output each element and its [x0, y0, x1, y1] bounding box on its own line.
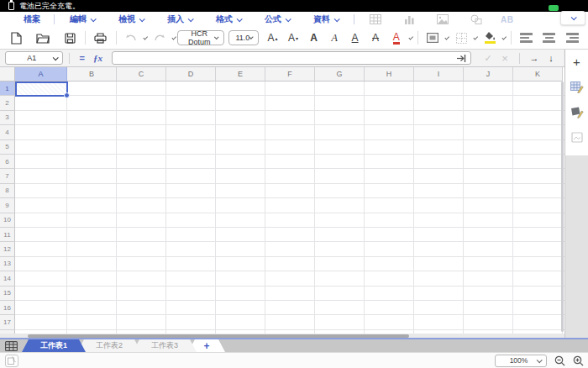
formula-input[interactable]: [112, 51, 471, 65]
font-color-dropdown-icon[interactable]: [408, 34, 413, 39]
selection-drag-handle[interactable]: [64, 92, 70, 98]
column-header-B[interactable]: B: [67, 67, 117, 81]
borders-dropdown-icon[interactable]: [474, 34, 479, 39]
zoom-in-button[interactable]: [573, 355, 584, 366]
new-document-button[interactable]: [7, 29, 25, 47]
chevron-down-icon: [237, 16, 243, 22]
print-button[interactable]: [92, 29, 110, 47]
sheet-tab-2[interactable]: 工作表2: [77, 339, 141, 352]
column-header-H[interactable]: H: [365, 67, 414, 81]
insert-image-icon[interactable]: [433, 10, 452, 29]
column-header-K[interactable]: K: [513, 67, 563, 81]
row-header-14[interactable]: 14: [0, 271, 15, 286]
spreadsheet-grid[interactable]: ABCDEFGHIJK 123456789101112131415161718: [0, 67, 564, 334]
collapse-toolbar-button[interactable]: [560, 11, 585, 25]
zoom-level-select[interactable]: 100%: [495, 355, 547, 367]
menu-2[interactable]: 檢視: [107, 13, 155, 25]
underline-button[interactable]: A: [346, 29, 365, 47]
sheet-tab-3[interactable]: 工作表3: [133, 339, 197, 352]
row-header-12[interactable]: 12: [0, 242, 15, 256]
undo-dropdown-icon[interactable]: [144, 34, 149, 39]
insert-table-icon[interactable]: [366, 10, 385, 29]
confirm-entry-button[interactable]: ✓: [480, 50, 496, 66]
menu-5[interactable]: 公式: [253, 13, 302, 25]
column-header-C[interactable]: C: [117, 67, 166, 81]
sheet-tab-1[interactable]: 工作表1: [22, 339, 86, 352]
undo-button[interactable]: [122, 29, 140, 47]
align-left-button[interactable]: [517, 29, 536, 47]
redo-button[interactable]: [150, 29, 169, 47]
move-right-button[interactable]: →: [526, 50, 543, 66]
align-center-button[interactable]: [540, 29, 559, 47]
select-all-corner[interactable]: [0, 67, 15, 81]
row-header-3[interactable]: 3: [0, 111, 15, 125]
row-header-5[interactable]: 5: [0, 140, 15, 155]
image-tool-button[interactable]: [570, 130, 585, 145]
font-size-select[interactable]: 11.0: [228, 30, 259, 45]
equals-button[interactable]: =: [76, 53, 89, 63]
gridline: [215, 81, 216, 334]
menu-4[interactable]: 格式: [204, 13, 253, 25]
row-header-13[interactable]: 13: [0, 257, 15, 271]
italic-button[interactable]: A: [325, 29, 344, 47]
formula-controls: ✓ × → ↓: [480, 50, 559, 66]
row-header-4[interactable]: 4: [0, 125, 15, 139]
row-header-7[interactable]: 7: [0, 169, 15, 183]
row-header-16[interactable]: 16: [0, 301, 15, 315]
column-header-J[interactable]: J: [464, 67, 513, 81]
column-header-G[interactable]: G: [315, 67, 365, 81]
bold-button[interactable]: A: [305, 29, 323, 47]
insert-shape-icon[interactable]: [467, 10, 486, 29]
selected-cell-a1[interactable]: [15, 81, 68, 97]
fill-color-button[interactable]: [480, 29, 499, 47]
chevron-down-icon: [188, 16, 194, 22]
row-header-8[interactable]: 8: [0, 184, 15, 198]
redo-dropdown-icon[interactable]: [172, 34, 177, 39]
edit-table-button[interactable]: [570, 80, 585, 94]
row-header-6[interactable]: 6: [0, 155, 15, 169]
font-color-button[interactable]: A: [387, 29, 406, 47]
row-header-9[interactable]: 9: [0, 198, 15, 213]
row-header-11[interactable]: 11: [0, 228, 15, 242]
row-header-15[interactable]: 15: [0, 287, 15, 301]
horizontal-scrollbar-thumb[interactable]: [28, 334, 409, 338]
add-object-button[interactable]: +: [570, 55, 585, 69]
row-header-10[interactable]: 10: [0, 213, 15, 228]
row-header-17[interactable]: 17: [0, 315, 15, 329]
insert-chart-icon[interactable]: [400, 10, 418, 29]
font-name-select[interactable]: HCR Dotum: [177, 30, 225, 45]
menu-file[interactable]: 檔案: [15, 13, 50, 25]
zoom-out-button[interactable]: [554, 355, 565, 366]
save-button[interactable]: [60, 29, 79, 47]
increase-font-size-button[interactable]: A▴: [263, 29, 281, 47]
open-file-button[interactable]: [34, 29, 52, 47]
menu-1[interactable]: 編輯: [58, 13, 107, 25]
quick-tool-button[interactable]: [5, 355, 18, 367]
row-header-18[interactable]: 18: [0, 330, 15, 334]
borders-button[interactable]: [452, 29, 470, 47]
decrease-font-size-button[interactable]: A▾: [284, 29, 302, 47]
expand-formula-bar-icon[interactable]: [457, 55, 466, 62]
row-header-2[interactable]: 2: [0, 96, 15, 110]
insert-text-icon[interactable]: AB: [501, 15, 513, 24]
fill-color-dropdown-icon[interactable]: [502, 34, 507, 39]
cancel-entry-button[interactable]: ×: [496, 50, 513, 66]
cell-name-box[interactable]: A1: [5, 51, 63, 65]
function-button[interactable]: ƒx: [89, 53, 107, 63]
column-header-E[interactable]: E: [216, 67, 265, 81]
menu-6[interactable]: 資料: [302, 13, 350, 25]
column-header-A[interactable]: A: [15, 67, 67, 81]
column-header-D[interactable]: D: [166, 67, 216, 81]
strikethrough-button[interactable]: A: [366, 29, 385, 47]
merge-cells-dropdown-icon[interactable]: [445, 34, 450, 39]
menu-3[interactable]: 插入: [155, 13, 204, 25]
edit-shape-button[interactable]: [570, 105, 585, 119]
vertical-scrollbar[interactable]: [561, 81, 564, 332]
align-right-button[interactable]: [563, 29, 581, 47]
merge-cells-button[interactable]: [423, 29, 442, 47]
column-header-I[interactable]: I: [414, 67, 464, 81]
column-header-F[interactable]: F: [265, 67, 315, 81]
row-header-1[interactable]: 1: [0, 81, 15, 96]
sheet-list-button[interactable]: [0, 339, 22, 352]
move-down-button[interactable]: ↓: [543, 50, 559, 66]
